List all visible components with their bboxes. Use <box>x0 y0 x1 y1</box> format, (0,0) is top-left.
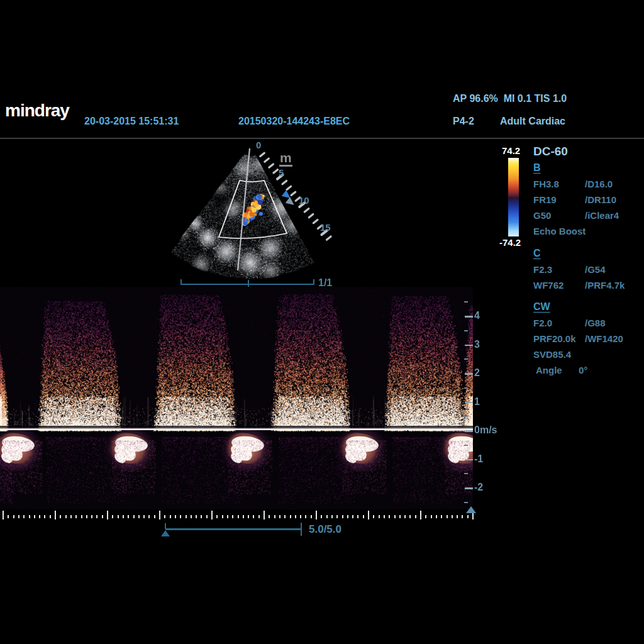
time-tick <box>23 515 25 518</box>
param-label: F2.3 <box>533 264 552 275</box>
time-tick <box>191 515 192 518</box>
time-tick <box>326 515 328 518</box>
time-tick <box>159 511 160 519</box>
time-tick <box>290 515 291 518</box>
time-tick <box>352 515 353 518</box>
time-tick <box>311 515 312 518</box>
sweep-speed-label: 5.0/5.0 <box>309 523 341 536</box>
velocity-tick <box>465 316 473 318</box>
time-tick <box>164 515 165 518</box>
time-tick <box>186 515 187 518</box>
time-tick <box>452 515 453 518</box>
param-value: /G88 <box>585 318 606 328</box>
section-c-title: C <box>533 248 541 259</box>
time-tick <box>363 515 364 518</box>
time-tick <box>211 511 213 519</box>
time-tick <box>264 511 265 519</box>
time-tick <box>258 515 260 518</box>
time-tick <box>65 515 67 518</box>
param-row: Echo Boost <box>533 226 644 236</box>
param-row: F2.0/G88 <box>533 318 644 328</box>
param-row: SVD85.4 <box>533 349 644 360</box>
ultrasound-screen: mindray 20-03-2015 15:51:31 20150320-144… <box>0 0 644 644</box>
time-tick <box>70 515 72 518</box>
time-tick <box>238 515 239 518</box>
time-tick <box>316 511 317 519</box>
time-tick <box>34 515 35 518</box>
time-tick <box>102 515 103 518</box>
param-label: SVD85.4 <box>533 349 571 360</box>
velocity-minor-tick <box>464 416 468 417</box>
time-tick <box>39 515 40 518</box>
exam-preset: Adult Cardiac <box>500 116 565 127</box>
time-tick <box>232 515 233 518</box>
depth-label-15: 15 <box>320 222 331 233</box>
time-tick <box>467 515 469 518</box>
time-tick <box>18 515 19 518</box>
time-position-marker-icon[interactable] <box>466 506 476 513</box>
time-tick <box>96 515 97 518</box>
time-tick <box>107 511 108 519</box>
time-tick <box>336 515 338 518</box>
probe-name: P4-2 <box>453 116 474 127</box>
time-tick <box>253 515 254 518</box>
time-tick <box>44 515 45 518</box>
velocity-label: -2 <box>474 482 483 493</box>
time-tick <box>295 515 296 518</box>
mindray-logo: mindray <box>5 101 69 121</box>
param-value: /iClear4 <box>585 210 619 221</box>
time-tick <box>399 515 401 518</box>
time-tick <box>222 515 223 518</box>
datetime: 20-03-2015 15:51:31 <box>84 116 179 127</box>
time-tick <box>196 515 197 518</box>
time-tick <box>128 515 129 518</box>
time-tick <box>431 515 432 518</box>
time-tick <box>60 515 61 518</box>
velocity-minor-tick <box>464 445 468 446</box>
time-tick <box>357 515 358 518</box>
velocity-tick <box>465 402 473 404</box>
sweep-bar-right-tick <box>301 523 302 536</box>
param-label: FH3.8 <box>533 179 559 189</box>
section-cw-title: CW <box>533 301 550 313</box>
velocity-minor-tick <box>464 301 468 303</box>
sweep-bar <box>165 528 302 530</box>
param-label: WF762 <box>533 280 564 291</box>
time-tick <box>368 511 369 519</box>
time-tick <box>347 515 348 518</box>
param-row: PRF20.0k/WF1420 <box>533 333 644 344</box>
param-label: Echo Boost <box>533 226 586 236</box>
time-tick <box>425 515 426 518</box>
time-tick <box>81 515 82 518</box>
time-tick <box>138 515 140 518</box>
spectral-doppler-display[interactable] <box>0 287 473 509</box>
velocity-label: -1 <box>474 453 483 465</box>
color-scale-min: -74.2 <box>499 237 521 248</box>
time-tick <box>148 515 150 518</box>
velocity-tick <box>465 345 473 347</box>
time-tick <box>118 515 119 518</box>
velocity-label: 4 <box>474 310 480 321</box>
param-value: 0° <box>579 365 587 375</box>
depth-label-5: 5 <box>279 167 284 178</box>
param-label: F2.0 <box>533 318 552 328</box>
time-tick <box>143 515 145 518</box>
time-tick <box>447 515 448 518</box>
time-tick <box>248 515 249 518</box>
time-tick <box>409 515 411 518</box>
time-tick <box>420 511 421 519</box>
param-row: FR19/DR110 <box>533 194 644 205</box>
time-tick <box>86 515 87 518</box>
time-tick <box>123 515 124 518</box>
time-tick <box>112 515 113 518</box>
time-tick <box>243 515 244 518</box>
velocity-tick <box>465 459 473 461</box>
param-label: FR19 <box>533 194 557 205</box>
time-tick <box>55 511 56 519</box>
2d-image-area[interactable] <box>161 140 352 292</box>
section-b-title: B <box>533 162 541 174</box>
time-tick <box>13 515 14 518</box>
param-value: /DR110 <box>585 194 616 205</box>
velocity-label: 0m/s <box>474 425 497 436</box>
time-tick <box>75 515 77 518</box>
